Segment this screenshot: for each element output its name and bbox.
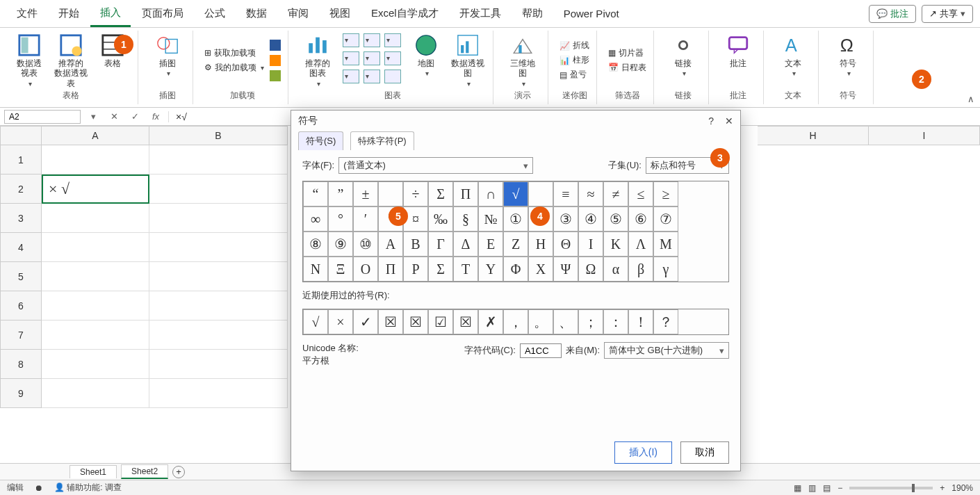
pivot-table-button[interactable]: 数据透 视表 xyxy=(11,32,47,88)
symbol-cell[interactable]: Ω xyxy=(578,257,603,282)
cell[interactable] xyxy=(149,320,288,350)
select-all-corner[interactable] xyxy=(0,126,42,145)
symbol-cell[interactable]: “ xyxy=(303,181,328,206)
pie-chart-icon[interactable] xyxy=(384,33,401,47)
col-header-a[interactable]: A xyxy=(42,126,149,145)
my-addins-button[interactable]: ⚙我的加载项 xyxy=(204,62,264,74)
recent-symbol-cell[interactable]: √ xyxy=(303,309,328,334)
recent-symbol-cell[interactable]: ， xyxy=(503,309,528,334)
tab-file[interactable]: 文件 xyxy=(7,1,47,26)
tab-insert[interactable]: 插入 xyxy=(90,1,131,27)
comment-button[interactable]: 批注 xyxy=(720,32,756,68)
accessibility-status[interactable]: 👤 辅助功能: 调查 xyxy=(54,482,122,494)
sheet-tab-2[interactable]: Sheet2 xyxy=(121,464,168,479)
row-header[interactable]: 2 xyxy=(0,175,42,204)
sparkline-winloss[interactable]: ▤盈亏 xyxy=(560,69,589,81)
symbol-cell[interactable]: γ xyxy=(653,257,678,282)
subset-combo[interactable]: 标点和符号 3 xyxy=(646,157,729,174)
bing-icon[interactable] xyxy=(270,55,281,66)
tab-home[interactable]: 开始 xyxy=(49,1,89,26)
cancel-icon[interactable]: ✕ xyxy=(106,111,122,122)
symbol-cell[interactable]: ⑧ xyxy=(303,232,328,257)
cell[interactable] xyxy=(42,320,149,350)
cell[interactable] xyxy=(149,350,288,379)
symbol-cell[interactable]: Υ xyxy=(478,257,503,282)
symbol-cell[interactable]: ” xyxy=(328,181,353,206)
symbol-cell[interactable]: Β xyxy=(403,232,428,257)
get-addins-button[interactable]: ⊞获取加载项 xyxy=(204,47,264,59)
col-header-b[interactable]: B xyxy=(149,126,288,145)
zoom-slider[interactable] xyxy=(849,487,933,489)
symbol-cell[interactable]: ③ xyxy=(553,206,578,232)
tab-formulas[interactable]: 公式 xyxy=(195,1,235,26)
recent-symbol-cell[interactable]: ☒ xyxy=(378,309,403,334)
recent-symbol-cell[interactable]: ✓ xyxy=(353,309,378,334)
symbol-cell[interactable]: Α xyxy=(378,232,403,257)
slicer-button[interactable]: ▦切片器 xyxy=(608,47,646,59)
symbol-cell[interactable]: Σ xyxy=(428,181,453,206)
collapse-ribbon-icon[interactable]: ∧ xyxy=(967,94,974,104)
dropdown-icon[interactable]: ▾ xyxy=(85,111,101,122)
symbol-cell[interactable]: α xyxy=(603,257,628,282)
visio-icon[interactable] xyxy=(270,40,281,51)
symbol-cell[interactable]: ∞ xyxy=(303,206,328,232)
cell[interactable] xyxy=(149,379,288,408)
symbol-cell[interactable]: Ψ xyxy=(553,257,578,282)
more-charts-icon[interactable] xyxy=(384,70,401,83)
symbol-cell[interactable]: Π xyxy=(378,257,403,282)
cell[interactable] xyxy=(149,262,288,291)
symbol-cell[interactable]: ∩ xyxy=(478,181,503,206)
rec-pivot-button[interactable]: 推荐的 数据透视表 xyxy=(53,32,89,88)
zoom-in-icon[interactable]: + xyxy=(940,483,945,493)
recent-symbol-cell[interactable]: ☒ xyxy=(453,309,478,334)
symbol-cell[interactable]: Ε xyxy=(478,232,503,257)
symbol-cell[interactable]: Δ xyxy=(453,232,478,257)
symbol-cell[interactable]: ≈ xyxy=(578,181,603,206)
recent-symbol-cell[interactable]: ； xyxy=(578,309,603,334)
symbol-cell[interactable]: Κ xyxy=(603,232,628,257)
help-icon[interactable]: ? xyxy=(708,115,714,127)
symbol-cell[interactable]: Η xyxy=(528,232,553,257)
symbol-cell[interactable] xyxy=(378,181,403,206)
cell[interactable] xyxy=(42,291,149,320)
tab-help[interactable]: 帮助 xyxy=(512,1,553,26)
recent-symbol-cell[interactable]: 、 xyxy=(553,309,578,334)
row-header[interactable]: 6 xyxy=(0,291,42,320)
comments-button[interactable]: 💬批注 xyxy=(869,5,916,23)
cell[interactable] xyxy=(149,204,288,233)
maps-button[interactable]: 地图 xyxy=(408,32,444,78)
cell[interactable] xyxy=(42,350,149,379)
close-icon[interactable]: ✕ xyxy=(725,115,733,127)
share-button[interactable]: ↗共享▾ xyxy=(922,5,973,23)
cell[interactable] xyxy=(149,175,288,204)
people-icon[interactable] xyxy=(270,70,281,81)
stock-chart-icon[interactable] xyxy=(364,70,380,83)
symbol-cell[interactable]: Χ xyxy=(528,257,553,282)
symbol-cell[interactable]: Μ xyxy=(653,232,678,257)
symbol-cell[interactable]: ④ xyxy=(578,206,603,232)
cell[interactable] xyxy=(149,145,288,175)
macro-icon[interactable]: ⏺ xyxy=(35,483,43,493)
cell[interactable] xyxy=(149,291,288,320)
text-button[interactable]: A文本 xyxy=(775,32,811,78)
tab-view[interactable]: 视图 xyxy=(320,1,360,26)
symbol-cell[interactable]: ⑥ xyxy=(628,206,653,232)
symbol-cell[interactable]: ≡ xyxy=(553,181,578,206)
symbol-cell[interactable]: Ι xyxy=(578,232,603,257)
symbol-cell[interactable]: Γ xyxy=(428,232,453,257)
zoom-value[interactable]: 190% xyxy=(952,483,973,493)
symbol-cell[interactable]: § xyxy=(453,206,478,232)
view-normal-icon[interactable]: ▦ xyxy=(794,483,801,493)
row-header[interactable]: 3 xyxy=(0,204,42,233)
cell-a2[interactable]: × √ xyxy=(42,175,149,204)
cell[interactable] xyxy=(42,145,149,175)
tab-dev[interactable]: 开发工具 xyxy=(450,1,511,26)
3dmap-button[interactable]: 三维地 图 xyxy=(505,32,541,88)
illustrations-button[interactable]: 插图 xyxy=(149,32,186,78)
recent-symbol-cell[interactable]: × xyxy=(328,309,353,334)
rec-charts-button[interactable]: 推荐的 图表 xyxy=(300,32,336,88)
cell[interactable] xyxy=(42,204,149,233)
tab-special[interactable]: 特殊字符(P) xyxy=(350,131,414,150)
symbol-cell[interactable]: √ xyxy=(503,181,528,206)
symbol-cell[interactable]: Φ xyxy=(503,257,528,282)
